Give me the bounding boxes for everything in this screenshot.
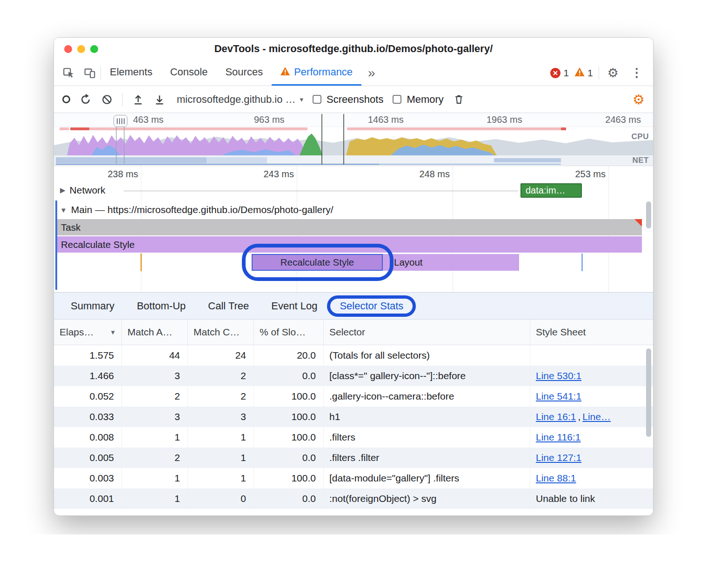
table-row[interactable]: 1.466 3 2 0.0 [class*=" gallery-icon--"]…	[54, 366, 653, 386]
style-sheet-link[interactable]: Line 541:1	[536, 391, 581, 402]
warning-icon	[280, 66, 290, 78]
warning-badge[interactable]: 1	[574, 67, 593, 79]
table-row[interactable]: 0.001 1 0 0.0 :not(foreignObject) > svg …	[54, 488, 653, 509]
column-header-match-count[interactable]: Match C…	[188, 320, 254, 345]
tab-event-log[interactable]: Event Log	[271, 300, 317, 312]
main-track-accent	[55, 200, 57, 290]
window-marker-line	[321, 114, 322, 165]
column-header-slow-pct[interactable]: % of Slo…	[254, 320, 324, 345]
table-row[interactable]: 0.005 2 1 0.0 .filters .filter Line 127:…	[54, 448, 653, 468]
sort-desc-icon: ▼	[110, 329, 116, 336]
time-label: 1463 ms	[368, 114, 404, 125]
table-row[interactable]: 0.003 1 1 100.0 [data-module="gallery"] …	[54, 468, 653, 488]
device-toolbar-icon[interactable]	[79, 60, 100, 86]
column-header-match-attempts[interactable]: Match A…	[122, 320, 188, 345]
ruler-label: 253 ms	[550, 169, 606, 180]
tab-console[interactable]: Console	[161, 60, 217, 86]
style-sheet-link[interactable]: Line 88:1	[536, 473, 576, 484]
time-label: 463 ms	[133, 114, 164, 125]
reload-and-record-icon[interactable]	[80, 94, 92, 106]
load-profile-icon[interactable]	[132, 94, 144, 106]
long-task-marker	[634, 219, 642, 227]
error-badge[interactable]: 1	[550, 67, 569, 79]
tab-summary[interactable]: Summary	[71, 300, 114, 312]
record-icon[interactable]	[62, 95, 70, 103]
selection-edge-line	[116, 126, 117, 164]
error-icon	[550, 68, 560, 78]
main-track-header[interactable]: ▼ Main — https://microsoftedge.github.io…	[60, 204, 333, 215]
event-tick[interactable]	[140, 254, 142, 271]
chevron-right-icon: ▶	[60, 186, 66, 194]
toolbar-separator	[122, 93, 123, 106]
table-row[interactable]: 1.575 44 24 20.0 (Totals for all selecto…	[54, 345, 653, 366]
network-activity-strip: NET	[54, 155, 653, 166]
chevron-down-icon: ▾	[300, 95, 304, 104]
zoom-window-button[interactable]	[90, 45, 98, 53]
chevron-down-icon: ▼	[60, 206, 67, 214]
badges-separator	[599, 67, 599, 80]
flame-chart-panel[interactable]: 238 ms 243 ms 248 ms 253 ms ▶ Network da…	[54, 166, 653, 293]
overview-ruler: 463 ms 963 ms 1463 ms 1963 ms 2463 ms	[54, 113, 653, 127]
close-window-button[interactable]	[64, 45, 72, 53]
titlebar: DevTools - microsoftedge.github.io/Demos…	[54, 38, 653, 60]
time-label: 1963 ms	[487, 114, 522, 125]
selector-stats-table: Elaps… ▼ Match A… Match C… % of Slo… Sel…	[54, 320, 653, 515]
bottom-tabbar: Summary Bottom-Up Call Tree Event Log Se…	[54, 293, 653, 320]
traffic-lights	[64, 45, 98, 53]
time-label: 963 ms	[254, 114, 285, 125]
capture-settings-gear-icon[interactable]: ⚙	[633, 92, 645, 107]
screenshots-checkbox[interactable]: Screenshots	[313, 94, 383, 106]
overview-selection-handle[interactable]	[113, 115, 127, 127]
long-task-strip	[54, 127, 653, 131]
table-row[interactable]: 0.052 2 2 100.0 .gallery-icon--camera::b…	[54, 386, 653, 407]
more-tabs-icon[interactable]: »	[361, 60, 382, 86]
tab-performance[interactable]: Performance	[272, 60, 361, 86]
memory-checkbox[interactable]: Memory	[393, 94, 443, 106]
collect-garbage-icon[interactable]	[453, 94, 465, 105]
devtools-tabbar: Elements Console Sources Performance » 1…	[54, 60, 653, 86]
warning-icon	[574, 67, 585, 79]
event-tick[interactable]	[581, 254, 583, 271]
ruler-label: 238 ms	[82, 169, 138, 180]
clear-recording-icon[interactable]	[101, 94, 113, 106]
flame-scrollbar-thumb[interactable]	[646, 201, 651, 228]
style-sheet-link[interactable]: Line 530:1	[536, 370, 581, 381]
style-sheet-link[interactable]: Line 116:1	[536, 432, 581, 443]
table-header: Elaps… ▼ Match A… Match C… % of Slo… Sel…	[54, 320, 653, 345]
task-bar[interactable]: Task	[57, 219, 642, 235]
style-sheet-link[interactable]: Line 127:1	[536, 452, 581, 463]
column-header-style-sheet[interactable]: Style Sheet	[530, 320, 653, 345]
minimize-window-button[interactable]	[77, 45, 85, 53]
tab-bottom-up[interactable]: Bottom-Up	[137, 300, 186, 312]
error-count: 1	[563, 67, 569, 79]
tab-selector-stats[interactable]: Selector Stats	[340, 300, 403, 312]
time-label: 2463 ms	[584, 114, 641, 125]
network-track-header[interactable]: ▶ Network	[60, 185, 106, 196]
tab-elements[interactable]: Elements	[101, 60, 161, 86]
checkbox-icon	[313, 95, 321, 104]
table-scrollbar-thumb[interactable]	[646, 348, 651, 437]
style-sheet-link[interactable]: Line…	[582, 411, 611, 422]
save-profile-icon[interactable]	[153, 94, 166, 106]
kebab-menu-icon[interactable]: ⋮	[627, 66, 647, 80]
inspect-element-icon[interactable]	[58, 60, 79, 86]
table-row[interactable]: 0.033 3 3 100.0 h1 Line 16:1 , Line…	[54, 407, 653, 427]
network-request-chip[interactable]: data:im…	[520, 183, 582, 198]
column-header-selector[interactable]: Selector	[324, 320, 530, 345]
style-sheet-link[interactable]: Line 16:1	[536, 411, 576, 422]
window-marker-line	[343, 114, 344, 165]
annotation-ring-flame	[242, 244, 394, 281]
tab-call-tree[interactable]: Call Tree	[208, 300, 249, 312]
settings-gear-icon[interactable]: ⚙	[605, 66, 621, 80]
net-label: NET	[633, 156, 649, 165]
profile-select[interactable]: microsoftedge.github.io … ▾	[177, 94, 303, 106]
layout-bar[interactable]: Layout	[383, 254, 519, 271]
track-divider-line	[124, 191, 518, 191]
warning-count: 1	[587, 67, 593, 79]
cpu-activity-chart: CPU	[54, 131, 653, 155]
devtools-window: DevTools - microsoftedge.github.io/Demos…	[53, 37, 654, 516]
table-row[interactable]: 0.008 1 1 100.0 .filters Line 116:1	[54, 427, 653, 448]
column-header-elapsed[interactable]: Elaps… ▼	[54, 320, 122, 345]
tab-sources[interactable]: Sources	[216, 60, 272, 86]
timeline-overview[interactable]: 463 ms 963 ms 1463 ms 1963 ms 2463 ms	[54, 113, 653, 166]
